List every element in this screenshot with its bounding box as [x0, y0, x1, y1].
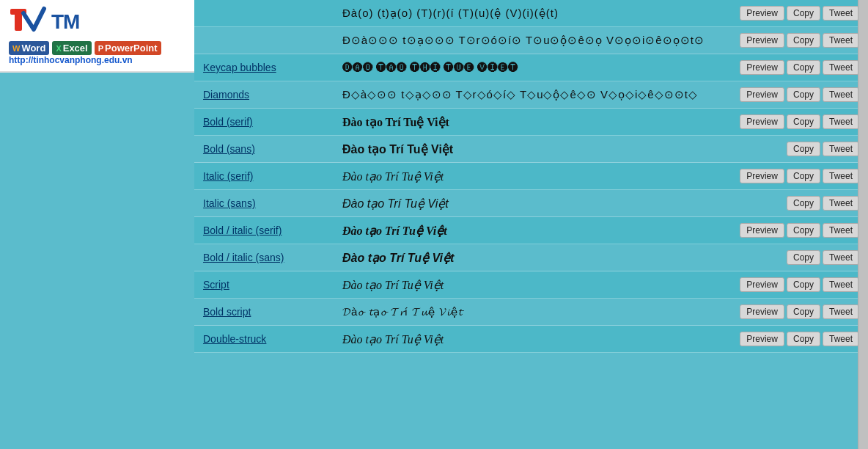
tweet-button[interactable]: Tweet [823, 142, 859, 156]
font-table: Đà(o) (t)ạ(o) (T)(r)(í (T)(u)(ệ (V)(i)(ệ… [194, 0, 868, 353]
tweet-button[interactable]: Tweet [823, 196, 859, 211]
preview-button[interactable]: Preview [740, 33, 784, 48]
font-actions-cell: PreviewCopyTweet [725, 163, 868, 190]
table-row: DiamondsĐ◇à◇⊙⊙ t◇ạ◇⊙⊙ T◇r◇ó◇í◇ T◇u◇ộ◇ê◇⊙… [194, 81, 868, 109]
tweet-button[interactable]: Tweet [823, 6, 859, 21]
font-preview-text: 𝓓à𝓸 𝓽ạ𝓸 𝓣𝓻í 𝓣𝓾ệ 𝓥𝓲ệ𝓽 [342, 305, 463, 318]
copy-button[interactable]: Copy [787, 114, 820, 129]
tweet-button[interactable]: Tweet [823, 304, 859, 319]
copy-button[interactable]: Copy [787, 304, 820, 319]
font-name-cell: Bold (sans) [194, 136, 334, 163]
font-actions-cell: PreviewCopyTweet [725, 109, 868, 136]
tweet-button[interactable]: Tweet [823, 277, 859, 292]
font-name-link[interactable]: Diamonds [203, 89, 249, 101]
font-actions-cell: CopyTweet [725, 244, 868, 271]
tweet-button[interactable]: Tweet [823, 114, 859, 129]
font-preview-cell: 𝓓à𝓸 𝓽ạ𝓸 𝓣𝓻í 𝓣𝓾ệ 𝓥𝓲ệ𝓽 [334, 299, 725, 326]
font-preview-cell: Đào tạo Trí Tuệ Việt [334, 190, 725, 217]
font-preview-text: Đào tạo Trí Tuệ Việt [342, 170, 444, 183]
font-name-cell: Italic (serif) [194, 163, 334, 190]
tweet-button[interactable]: Tweet [823, 169, 859, 183]
font-actions-cell: PreviewCopyTweet [725, 299, 868, 326]
font-name-cell [194, 0, 334, 27]
main-content: Đà(o) (t)ạ(o) (T)(r)(í (T)(u)(ệ (V)(i)(ệ… [194, 0, 868, 353]
font-name-link[interactable]: Script [203, 279, 229, 291]
font-actions-cell: PreviewCopyTweet [725, 54, 868, 81]
font-name-link[interactable]: Keycap bubbles [203, 62, 276, 73]
font-name-link[interactable]: Bold script [203, 306, 251, 318]
preview-button[interactable]: Preview [740, 114, 784, 129]
preview-button[interactable]: Preview [740, 169, 784, 183]
scrollbar-right[interactable] [858, 0, 868, 353]
preview-button[interactable]: Preview [740, 304, 784, 319]
copy-button[interactable]: Copy [787, 6, 820, 21]
font-actions-cell: PreviewCopyTweet [725, 81, 868, 109]
preview-button[interactable]: Preview [740, 60, 784, 75]
font-preview-text: Đào tạo Trí Tuệ Việt [342, 252, 454, 264]
copy-button[interactable]: Copy [787, 250, 820, 265]
font-name-link[interactable]: Bold (sans) [203, 143, 255, 155]
table-row: Keycap bubbles🅓🅐🅞 🅣🅐🅞 🅣🅗🅘 🅣🅤🅔 🅥🅘🅔🅣Previe… [194, 54, 868, 81]
font-name-cell: Bold (serif) [194, 109, 334, 136]
preview-button[interactable]: Preview [740, 87, 784, 102]
font-preview-text: Đào tạo Trí Tuệ Việt [342, 143, 453, 156]
copy-button[interactable]: Copy [787, 277, 820, 292]
copy-button[interactable]: Copy [787, 60, 820, 75]
font-actions-cell: CopyTweet [725, 136, 868, 163]
table-row: Bold / italic (sans)Đào tạo Trí Tuệ Việt… [194, 244, 868, 271]
font-name-link[interactable]: Double-struck [203, 333, 266, 345]
copy-button[interactable]: Copy [787, 332, 820, 346]
preview-button[interactable]: Preview [740, 223, 784, 238]
font-preview-cell: 🅓🅐🅞 🅣🅐🅞 🅣🅗🅘 🅣🅤🅔 🅥🅘🅔🅣 [334, 54, 725, 81]
table-row: Bold script𝓓à𝓸 𝓽ạ𝓸 𝓣𝓻í 𝓣𝓾ệ 𝓥𝓲ệ𝓽PreviewCo… [194, 299, 868, 326]
copy-button[interactable]: Copy [787, 196, 820, 211]
tweet-button[interactable]: Tweet [823, 250, 859, 265]
copy-button[interactable]: Copy [787, 33, 820, 48]
font-preview-cell: Đào tạo Trí Tuệ Việt [334, 163, 725, 190]
tweet-button[interactable]: Tweet [823, 33, 859, 48]
font-preview-cell: Đào tạo Trí Tuệ Việt [334, 244, 725, 271]
font-name-cell: Italic (sans) [194, 190, 334, 217]
table-row: Đà(o) (t)ạ(o) (T)(r)(í (T)(u)(ệ (V)(i)(ệ… [194, 0, 868, 27]
svg-rect-1 [15, 9, 22, 31]
preview-button[interactable]: Preview [740, 6, 784, 21]
font-name-cell: Script [194, 271, 334, 299]
font-preview-cell: Đào tạo Trí Tuệ Việt [334, 109, 725, 136]
font-preview-text: Đào tạo Trí Tuệ Việt [342, 279, 444, 291]
table-row: Bold / italic (serif)Đào tạo Trí Tuệ Việ… [194, 217, 868, 244]
tweet-button[interactable]: Tweet [823, 60, 859, 75]
font-name-link[interactable]: Bold (serif) [203, 116, 253, 128]
font-name-link[interactable]: Bold / italic (sans) [203, 252, 284, 263]
copy-button[interactable]: Copy [787, 87, 820, 102]
copy-button[interactable]: Copy [787, 169, 820, 183]
logo-area: TM W Word X Excel P PowerPoint http://ti… [0, 0, 194, 73]
font-preview-cell: Đào tạo Trí Tuệ Việt [334, 136, 725, 163]
tweet-button[interactable]: Tweet [823, 87, 859, 102]
excel-badge: X Excel [52, 41, 91, 55]
site-url-link[interactable]: http://tinhocvanphong.edu.vn [9, 55, 185, 65]
tweet-button[interactable]: Tweet [823, 332, 859, 346]
tweet-button[interactable]: Tweet [823, 223, 859, 238]
app-badges-row: W Word X Excel P PowerPoint [9, 41, 185, 55]
copy-button[interactable]: Copy [787, 142, 820, 156]
font-preview-cell: Đào tạo Trí Tuệ Việt [334, 217, 725, 244]
copy-button[interactable]: Copy [787, 223, 820, 238]
font-name-link[interactable]: Italic (serif) [203, 170, 253, 182]
font-name-cell: Bold / italic (serif) [194, 217, 334, 244]
font-actions-cell: PreviewCopyTweet [725, 0, 868, 27]
logo-top: TM [9, 6, 185, 38]
table-row: Bold (sans)Đào tạo Trí Tuệ ViệtCopyTweet [194, 136, 868, 163]
font-name-cell: Double-struck [194, 326, 334, 353]
font-name-link[interactable]: Italic (sans) [203, 197, 256, 209]
font-preview-cell: Đ⊙à⊙⊙⊙ t⊙ạ⊙⊙⊙ T⊙r⊙ó⊙í⊙ T⊙u⊙ộ⊙ê⊙ọ V⊙ọ⊙i⊙ê… [334, 27, 725, 54]
preview-button[interactable]: Preview [740, 277, 784, 292]
font-name-link[interactable]: Bold / italic (serif) [203, 224, 282, 236]
font-preview-text: Đà(o) (t)ạ(o) (T)(r)(í (T)(u)(ệ (V)(i)(ệ… [342, 7, 559, 19]
font-preview-text: Đào tạo Trí Tuệ Việt [342, 224, 447, 237]
font-name-cell: Bold script [194, 299, 334, 326]
font-actions-cell: PreviewCopyTweet [725, 27, 868, 54]
table-row: ScriptĐào tạo Trí Tuệ ViệtPreviewCopyTwe… [194, 271, 868, 299]
preview-button[interactable]: Preview [740, 332, 784, 346]
font-preview-cell: Đào tạo Trí Tuệ Việt [334, 271, 725, 299]
font-preview-cell: Đào tạo Trí Tuệ Việt [334, 326, 725, 353]
